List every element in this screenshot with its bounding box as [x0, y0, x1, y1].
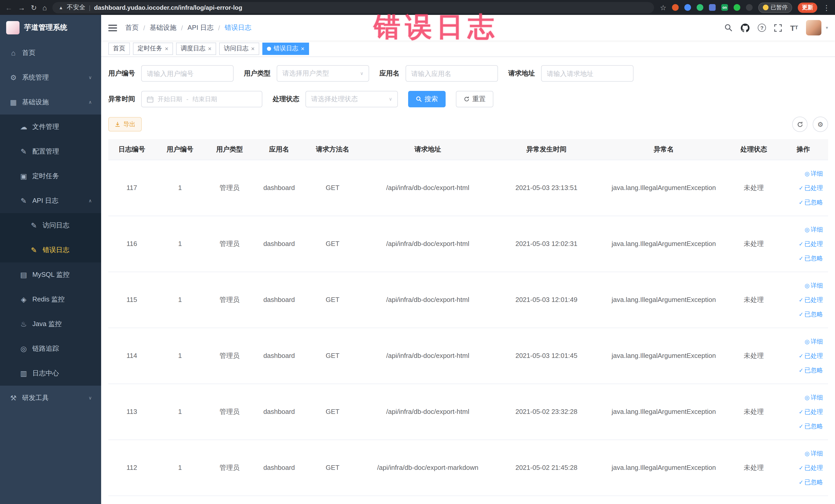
mark-ignored-link[interactable]: ✓已忽略	[781, 363, 823, 377]
update-button[interactable]: 更新	[798, 2, 817, 13]
fullscreen-icon[interactable]	[774, 24, 782, 32]
cell-method: GET	[304, 271, 361, 328]
avatar-caret-icon[interactable]: ▾	[826, 25, 828, 30]
cell-status: 未处理	[729, 440, 778, 496]
extension-icon[interactable]	[746, 4, 753, 11]
browser-menu-icon[interactable]: ⋮	[823, 4, 830, 11]
chevron-down-icon: ∨	[360, 71, 364, 76]
tag-scheduled-tasks[interactable]: 定时任务 ×	[133, 42, 173, 55]
sidebar-item-label: 错误日志	[43, 245, 69, 255]
app-name-input[interactable]	[406, 65, 498, 82]
column-settings-button[interactable]: ⚙	[813, 117, 828, 132]
help-icon[interactable]: ?	[758, 24, 766, 32]
sidebar-item-log-center[interactable]: ▥ 日志中心	[0, 361, 101, 386]
eye-icon: ◎	[805, 338, 810, 344]
sidebar-item-label: Java 监控	[32, 319, 62, 329]
sidebar-item-home[interactable]: ⌂ 首页	[0, 41, 101, 65]
mark-processed-link[interactable]: ✓已处理	[781, 237, 823, 251]
detail-link[interactable]: ◎详细	[781, 222, 823, 237]
mark-processed-link[interactable]: ✓已处理	[781, 181, 823, 195]
reload-icon[interactable]: ↻	[31, 4, 37, 11]
breadcrumb-item[interactable]: 首页	[125, 23, 139, 32]
detail-link[interactable]: ◎详细	[781, 166, 823, 181]
extension-on-icon[interactable]: on	[721, 4, 728, 11]
paused-badge[interactable]: 已暂停	[758, 2, 792, 13]
sidebar-item-label: MySQL 监控	[32, 270, 69, 279]
mark-ignored-link[interactable]: ✓已忽略	[781, 195, 823, 209]
close-icon[interactable]: ×	[165, 45, 168, 52]
action-label: 详细	[811, 282, 823, 289]
filter-user-id: 用户编号	[108, 65, 233, 82]
search-icon[interactable]	[725, 24, 733, 32]
back-icon[interactable]: ←	[5, 4, 12, 11]
breadcrumb-separator: /	[143, 24, 145, 32]
app-logo[interactable]: 芋道管理系统	[0, 15, 101, 41]
mark-ignored-link[interactable]: ✓已忽略	[781, 251, 823, 265]
tag-access-log[interactable]: 访问日志 ×	[219, 42, 259, 55]
mark-ignored-link[interactable]: ✓已忽略	[781, 419, 823, 433]
check-icon: ✓	[799, 241, 803, 247]
reset-button[interactable]: 重置	[456, 91, 493, 107]
extension-icon[interactable]	[697, 4, 703, 11]
close-icon[interactable]: ×	[208, 45, 211, 52]
font-size-icon[interactable]: TT	[790, 24, 798, 32]
cell-exception-time: 2021-05-03 12:01:45	[494, 328, 598, 384]
detail-link[interactable]: ◎详细	[781, 278, 823, 293]
address-bar[interactable]: ▲ 不安全 | dashboard.yudao.iocoder.cn/infra…	[53, 2, 654, 13]
mark-processed-link[interactable]: ✓已处理	[781, 348, 823, 363]
sidebar-item-redis-monitor[interactable]: ◈ Redis 监控	[0, 287, 101, 312]
export-button[interactable]: 导出	[108, 117, 142, 132]
check-icon: ✓	[799, 255, 803, 261]
mark-processed-link[interactable]: ✓已处理	[781, 404, 823, 419]
sidebar-item-system-mgmt[interactable]: ⚙ 系统管理 ∨	[0, 65, 101, 90]
sidebar-item-scheduled-tasks[interactable]: ▣ 定时任务	[0, 164, 101, 188]
bookmark-star-icon[interactable]: ☆	[660, 4, 666, 11]
search-button[interactable]: 搜索	[408, 91, 446, 107]
user-id-input[interactable]	[141, 65, 233, 82]
sidebar-item-error-log[interactable]: ✎ 错误日志	[0, 238, 101, 262]
sidebar-item-mysql-monitor[interactable]: ▤ MySQL 监控	[0, 262, 101, 287]
mark-ignored-link[interactable]: ✓已忽略	[781, 307, 823, 321]
mark-processed-link[interactable]: ✓已处理	[781, 293, 823, 307]
sidebar-item-dev-tools[interactable]: ⚒ 研发工具 ∨	[0, 386, 101, 410]
tag-home[interactable]: 首页	[108, 42, 130, 55]
cell-exception-time: 2021-05-02 23:32:28	[494, 384, 598, 440]
close-icon[interactable]: ×	[251, 45, 254, 52]
sidebar-item-config-mgmt[interactable]: ✎ 配置管理	[0, 139, 101, 164]
browser-home-icon[interactable]: ⌂	[42, 4, 47, 11]
tag-error-log[interactable]: 错误日志 ×	[262, 42, 309, 55]
sidebar-item-label: 配置管理	[32, 147, 59, 156]
process-status-select[interactable]: 请选择处理状态 ∨	[305, 91, 398, 107]
sidebar-item-label: API 日志	[32, 196, 58, 205]
detail-link[interactable]: ◎详细	[781, 446, 823, 460]
tag-dispatch-log[interactable]: 调度日志 ×	[176, 42, 216, 55]
breadcrumb-item[interactable]: API 日志	[188, 23, 213, 32]
extension-icon[interactable]	[709, 4, 716, 11]
close-icon[interactable]: ×	[301, 45, 304, 52]
sidebar-item-access-log[interactable]: ✎ 访问日志	[0, 213, 101, 238]
page-content: 用户编号 用户类型 请选择用户类型 ∨ 应用名	[101, 57, 835, 504]
sidebar-item-java-monitor[interactable]: ♨ Java 监控	[0, 312, 101, 336]
date-range-picker[interactable]: 开始日期 - 结束日期	[141, 91, 262, 107]
github-icon[interactable]	[741, 23, 750, 32]
user-type-select[interactable]: 请选择用户类型 ∨	[277, 65, 369, 82]
active-dot	[267, 46, 271, 51]
detail-link[interactable]: ◎详细	[781, 334, 823, 348]
forward-icon[interactable]: →	[18, 4, 25, 11]
sidebar-item-api-log[interactable]: ✎ API 日志 ∧	[0, 188, 101, 213]
detail-link[interactable]: ◎详细	[781, 390, 823, 404]
mark-ignored-link[interactable]: ✓已忽略	[781, 475, 823, 489]
mark-processed-link[interactable]: ✓已处理	[781, 460, 823, 475]
breadcrumb-item[interactable]: 基础设施	[150, 23, 176, 32]
request-url-input[interactable]	[541, 65, 633, 82]
extension-icon[interactable]	[684, 4, 691, 11]
user-avatar[interactable]	[806, 20, 822, 36]
sidebar-item-file-mgmt[interactable]: ☁ 文件管理	[0, 115, 101, 139]
cell-user-type: 管理员	[205, 271, 254, 328]
sidebar-item-infrastructure[interactable]: ▦ 基础设施 ∧	[0, 90, 101, 115]
extension-icon[interactable]	[672, 4, 679, 11]
refresh-table-button[interactable]	[792, 117, 808, 132]
sidebar-item-trace[interactable]: ◎ 链路追踪	[0, 336, 101, 361]
hamburger-icon[interactable]	[108, 24, 117, 32]
extension-icon[interactable]	[734, 4, 740, 11]
